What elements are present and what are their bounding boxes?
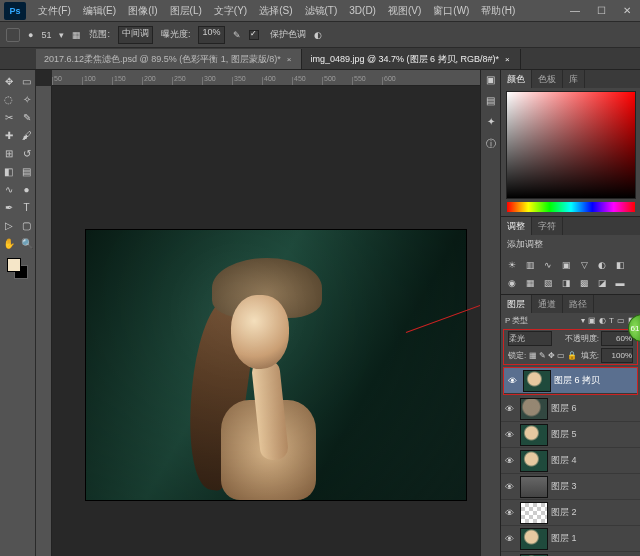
tab-layers[interactable]: 图层	[501, 295, 532, 313]
layer-row[interactable]: 👁图层 6	[501, 396, 640, 422]
layer-row[interactable]: 👁图层 6 拷贝	[504, 368, 637, 394]
brushes-panel-icon[interactable]: ✦	[487, 116, 495, 127]
menu-item[interactable]: 窗口(W)	[427, 0, 475, 22]
layer-thumb[interactable]	[521, 399, 547, 419]
blend-mode-combo[interactable]	[508, 331, 552, 346]
close-icon[interactable]: ×	[287, 55, 292, 64]
layer-row[interactable]: 👁图层 3	[501, 474, 640, 500]
adj-threshold-icon[interactable]: ◪	[595, 276, 609, 290]
layer-thumb[interactable]	[521, 425, 547, 445]
tab-paths[interactable]: 路径	[563, 295, 594, 313]
color-picker[interactable]	[507, 92, 635, 198]
pen-tool[interactable]: ✒	[1, 199, 17, 215]
protect-check[interactable]	[249, 30, 259, 40]
visibility-icon[interactable]: 👁	[505, 534, 517, 544]
stamp-tool[interactable]: ⊞	[1, 145, 17, 161]
lock-pos-icon[interactable]: ✥	[548, 351, 555, 360]
tab-swatches[interactable]: 色板	[532, 70, 563, 88]
menu-item[interactable]: 3D(D)	[343, 0, 382, 22]
menu-item[interactable]: 图像(I)	[122, 0, 163, 22]
menu-item[interactable]: 视图(V)	[382, 0, 427, 22]
path-tool[interactable]: ▷	[1, 217, 17, 233]
lasso-tool[interactable]: ◌	[1, 91, 17, 107]
layer-thumb[interactable]	[524, 371, 550, 391]
layer-row[interactable]: 👁背景	[501, 552, 640, 556]
lock-artboard-icon[interactable]: ▭	[557, 351, 565, 360]
adj-poster-icon[interactable]: ▩	[577, 276, 591, 290]
lock-all-icon[interactable]: 🔒	[567, 351, 577, 360]
adj-bw-icon[interactable]: ◧	[613, 258, 627, 272]
brush-panel-icon[interactable]: ▦	[72, 30, 81, 40]
marquee-tool[interactable]: ▭	[19, 73, 35, 89]
heal-tool[interactable]: ✚	[1, 127, 17, 143]
layer-name[interactable]: 图层 6 拷贝	[554, 374, 600, 387]
tool-preset-icon[interactable]	[6, 28, 20, 42]
adj-mixer-icon[interactable]: ▦	[523, 276, 537, 290]
gradient-tool[interactable]: ▤	[19, 163, 35, 179]
info-panel-icon[interactable]: ⓘ	[486, 137, 496, 151]
maximize-button[interactable]: ☐	[588, 0, 614, 22]
filter-shape-icon[interactable]: ▭	[617, 316, 625, 325]
tab-adjustments[interactable]: 调整	[501, 217, 532, 235]
visibility-icon[interactable]: 👁	[505, 456, 517, 466]
hand-tool[interactable]: ✋	[1, 235, 17, 251]
menu-item[interactable]: 文字(Y)	[208, 0, 253, 22]
visibility-icon[interactable]: 👁	[508, 376, 520, 386]
layer-name[interactable]: 图层 3	[551, 480, 577, 493]
visibility-icon[interactable]: 👁	[505, 482, 517, 492]
pressure-icon[interactable]: ◐	[314, 30, 322, 40]
adj-invert-icon[interactable]: ◨	[559, 276, 573, 290]
hue-slider[interactable]	[507, 202, 635, 212]
document-canvas[interactable]	[86, 230, 466, 500]
adj-exposure-icon[interactable]: ▣	[559, 258, 573, 272]
adj-curves-icon[interactable]: ∿	[541, 258, 555, 272]
adj-levels-icon[interactable]: ▥	[523, 258, 537, 272]
eraser-tool[interactable]: ◧	[1, 163, 17, 179]
adj-hue-icon[interactable]: ◐	[595, 258, 609, 272]
canvas-area[interactable]: 50100150200250300350400450500550600	[36, 70, 480, 556]
visibility-icon[interactable]: 👁	[505, 508, 517, 518]
layer-thumb[interactable]	[521, 503, 547, 523]
eyedrop-tool[interactable]: ✎	[19, 109, 35, 125]
adj-brightness-icon[interactable]: ☀	[505, 258, 519, 272]
zoom-tool[interactable]: 🔍	[19, 235, 35, 251]
layer-name[interactable]: 图层 6	[551, 402, 577, 415]
lock-paint-icon[interactable]: ✎	[539, 351, 546, 360]
layer-name[interactable]: 图层 5	[551, 428, 577, 441]
brush-size-icon[interactable]: ●	[28, 30, 33, 40]
adj-gradient-icon[interactable]: ▬	[613, 276, 627, 290]
tab-channels[interactable]: 通道	[532, 295, 563, 313]
document-tab[interactable]: img_0489.jpg @ 34.7% (图层 6 拷贝, RGB/8#)*×	[302, 49, 520, 69]
layer-row[interactable]: 👁图层 4	[501, 448, 640, 474]
type-tool[interactable]: T	[19, 199, 35, 215]
menu-item[interactable]: 滤镜(T)	[299, 0, 344, 22]
filter-pixel-icon[interactable]: ▣	[588, 316, 596, 325]
layer-name[interactable]: 图层 2	[551, 506, 577, 519]
dodge-tool[interactable]: ●	[19, 181, 35, 197]
blur-tool[interactable]: ∿	[1, 181, 17, 197]
close-icon[interactable]: ×	[505, 55, 510, 64]
layer-name[interactable]: 图层 4	[551, 454, 577, 467]
history-panel-icon[interactable]: ▣	[486, 74, 495, 85]
visibility-icon[interactable]: 👁	[505, 430, 517, 440]
exposure-combo[interactable]: 10%	[198, 26, 224, 44]
lock-trans-icon[interactable]: ▦	[529, 351, 537, 360]
layer-name[interactable]: 图层 1	[551, 532, 577, 545]
adj-vibrance-icon[interactable]: ▽	[577, 258, 591, 272]
fill-value[interactable]: 100%	[601, 348, 633, 363]
layer-row[interactable]: 👁图层 5	[501, 422, 640, 448]
document-tab[interactable]: 2017.6.12柔焦滤色.psd @ 89.5% (色彩平衡 1, 图层蒙版/…	[36, 49, 302, 69]
actions-panel-icon[interactable]: ▤	[486, 95, 495, 106]
tab-libraries[interactable]: 库	[563, 70, 585, 88]
filter-text-icon[interactable]: T	[609, 316, 614, 325]
menu-item[interactable]: 文件(F)	[32, 0, 77, 22]
adj-lookup-icon[interactable]: ▧	[541, 276, 555, 290]
airbrush-icon[interactable]: ✎	[233, 30, 241, 40]
layer-row[interactable]: 👁图层 2	[501, 500, 640, 526]
brush-size-value[interactable]: 51	[41, 30, 51, 40]
crop-tool[interactable]: ✂	[1, 109, 17, 125]
close-button[interactable]: ✕	[614, 0, 640, 22]
layer-row[interactable]: 👁图层 1	[501, 526, 640, 552]
shape-tool[interactable]: ▢	[19, 217, 35, 233]
minimize-button[interactable]: —	[562, 0, 588, 22]
